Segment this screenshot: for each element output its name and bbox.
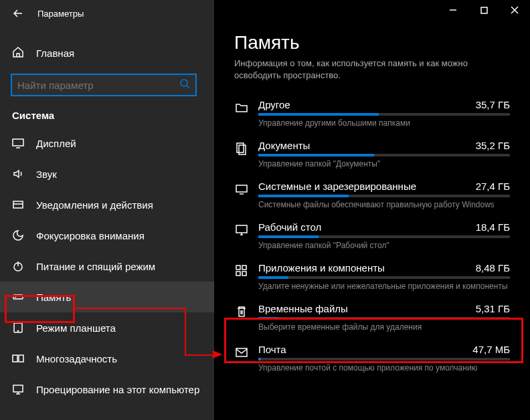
svg-rect-18 bbox=[236, 272, 240, 276]
sidebar-item-focus[interactable]: Фокусировка внимания bbox=[0, 220, 214, 251]
sidebar-section-header: Система bbox=[0, 96, 214, 128]
svg-rect-15 bbox=[236, 225, 247, 233]
svg-rect-11 bbox=[481, 7, 487, 13]
svg-rect-19 bbox=[242, 272, 246, 276]
sidebar-item-project[interactable]: Проецирование на этот компьютер bbox=[0, 374, 214, 405]
category-name: Приложения и компоненты bbox=[258, 262, 385, 274]
category-name: Рабочий стол bbox=[258, 221, 321, 233]
sidebar-item-label: Фокусировка внимания bbox=[36, 230, 145, 241]
storage-category-documents[interactable]: Документы35,2 ГБУправление папкой "Докум… bbox=[214, 133, 530, 174]
sidebar-item-label: Звук bbox=[36, 169, 57, 180]
titlebar: Параметры bbox=[0, 0, 214, 27]
display-icon bbox=[12, 137, 24, 149]
project-icon bbox=[12, 383, 24, 395]
category-body: Другое35,7 ГБУправление другими большими… bbox=[258, 99, 510, 128]
category-size: 47,7 МБ bbox=[472, 344, 510, 355]
page-subtitle: Информация о том, как используется памят… bbox=[214, 58, 530, 92]
callout-connector bbox=[185, 354, 214, 356]
category-size: 27,4 ГБ bbox=[476, 181, 510, 192]
mail-icon bbox=[234, 345, 249, 360]
svg-rect-1 bbox=[13, 139, 23, 146]
trash-icon bbox=[234, 304, 249, 319]
storage-category-trash[interactable]: Временные файлы5,31 ГБВыберите временные… bbox=[214, 296, 530, 337]
minimize-button[interactable] bbox=[438, 0, 468, 20]
power-icon bbox=[12, 260, 24, 272]
category-body: Временные файлы5,31 ГБВыберите временные… bbox=[258, 303, 510, 332]
callout-connector bbox=[75, 308, 185, 309]
sidebar-item-label: Питание и спящий режим bbox=[36, 261, 155, 272]
search-icon bbox=[179, 78, 190, 92]
category-bar bbox=[258, 235, 510, 238]
sidebar-item-sound[interactable]: Звук bbox=[0, 159, 214, 189]
category-desc: Управление папкой "Рабочий стол" bbox=[258, 241, 510, 250]
notifications-icon bbox=[12, 199, 24, 211]
search-wrap bbox=[0, 74, 214, 96]
svg-point-7 bbox=[17, 330, 18, 331]
callout-arrow-icon bbox=[213, 350, 222, 358]
sidebar-item-display[interactable]: Дисплей bbox=[0, 128, 214, 159]
category-bar bbox=[258, 276, 510, 279]
storage-categories: Другое35,7 ГБУправление другими большими… bbox=[214, 92, 530, 420]
category-desc: Управление другими большими папками bbox=[258, 118, 510, 128]
storage-category-folder[interactable]: Другое35,7 ГБУправление другими большими… bbox=[214, 92, 530, 133]
category-name: Системные и зарезервированные bbox=[258, 181, 416, 192]
svg-rect-2 bbox=[13, 201, 23, 208]
category-bar bbox=[258, 195, 510, 197]
category-desc: Управление папкой "Документы" bbox=[258, 159, 510, 169]
sidebar-item-notifications[interactable]: Уведомления и действия bbox=[0, 189, 214, 220]
category-bar bbox=[258, 154, 510, 156]
svg-rect-20 bbox=[236, 348, 247, 356]
category-body: Почта47,7 МБУправление почтой с помощью … bbox=[258, 344, 510, 373]
sidebar-item-label: Дисплей bbox=[36, 138, 76, 149]
category-size: 18,4 ГБ bbox=[476, 221, 510, 233]
storage-category-mail[interactable]: Почта47,7 МБУправление почтой с помощью … bbox=[214, 337, 530, 378]
svg-rect-9 bbox=[19, 355, 23, 362]
svg-rect-16 bbox=[236, 266, 240, 270]
category-size: 8,48 ГБ bbox=[476, 262, 510, 274]
storage-icon bbox=[12, 291, 24, 303]
svg-rect-10 bbox=[13, 385, 23, 392]
sound-icon bbox=[12, 168, 24, 180]
category-body: Системные и зарезервированные27,4 ГБСист… bbox=[258, 181, 510, 209]
close-button[interactable] bbox=[499, 0, 530, 20]
category-size: 35,2 ГБ bbox=[476, 140, 510, 151]
settings-sidebar: Параметры Главная Система ДисплейЗвукУве… bbox=[0, 0, 214, 420]
focus-icon bbox=[12, 229, 24, 241]
category-bar bbox=[258, 113, 510, 116]
category-name: Временные файлы bbox=[258, 303, 348, 314]
maximize-button[interactable] bbox=[468, 0, 499, 20]
search-field[interactable] bbox=[17, 80, 179, 91]
apps-icon bbox=[234, 264, 249, 278]
svg-rect-12 bbox=[237, 143, 244, 152]
home-icon bbox=[12, 46, 24, 60]
sidebar-item-label: Главная bbox=[36, 47, 74, 59]
window-title: Параметры bbox=[37, 9, 84, 19]
callout-connector bbox=[185, 308, 186, 354]
storage-category-system[interactable]: Системные и зарезервированные27,4 ГБСист… bbox=[214, 174, 530, 215]
svg-rect-14 bbox=[236, 185, 247, 192]
svg-rect-8 bbox=[13, 355, 17, 362]
category-desc: Удалите ненужные или нежелательные прило… bbox=[258, 282, 510, 291]
category-name: Почта bbox=[258, 344, 286, 355]
category-bar bbox=[258, 317, 510, 320]
sidebar-item-label: Уведомления и действия bbox=[36, 199, 153, 211]
folder-icon bbox=[234, 100, 249, 115]
sidebar-item-multitask[interactable]: Многозадачность bbox=[0, 343, 214, 374]
sidebar-item-home[interactable]: Главная bbox=[0, 39, 214, 67]
sidebar-nav: ДисплейЗвукУведомления и действияФокусир… bbox=[0, 128, 214, 405]
sidebar-item-label: Память bbox=[36, 292, 71, 303]
sidebar-item-label: Проецирование на этот компьютер bbox=[36, 384, 199, 395]
category-desc: Управление почтой с помощью приложения п… bbox=[258, 363, 510, 373]
storage-category-apps[interactable]: Приложения и компоненты8,48 ГБУдалите не… bbox=[214, 255, 530, 296]
search-input[interactable] bbox=[11, 74, 197, 96]
sidebar-item-power[interactable]: Питание и спящий режим bbox=[0, 251, 214, 282]
multitask-icon bbox=[12, 352, 24, 364]
category-body: Рабочий стол18,4 ГБУправление папкой "Ра… bbox=[258, 221, 510, 250]
desktop-icon bbox=[234, 223, 249, 237]
sidebar-item-tablet[interactable]: Режим планшета bbox=[0, 312, 214, 343]
sidebar-item-label: Многозадачность bbox=[36, 353, 117, 364]
sidebar-item-label: Режим планшета bbox=[36, 322, 116, 334]
category-size: 35,7 ГБ bbox=[476, 99, 510, 110]
back-icon[interactable] bbox=[13, 9, 23, 18]
storage-category-desktop[interactable]: Рабочий стол18,4 ГБУправление папкой "Ра… bbox=[214, 215, 530, 255]
